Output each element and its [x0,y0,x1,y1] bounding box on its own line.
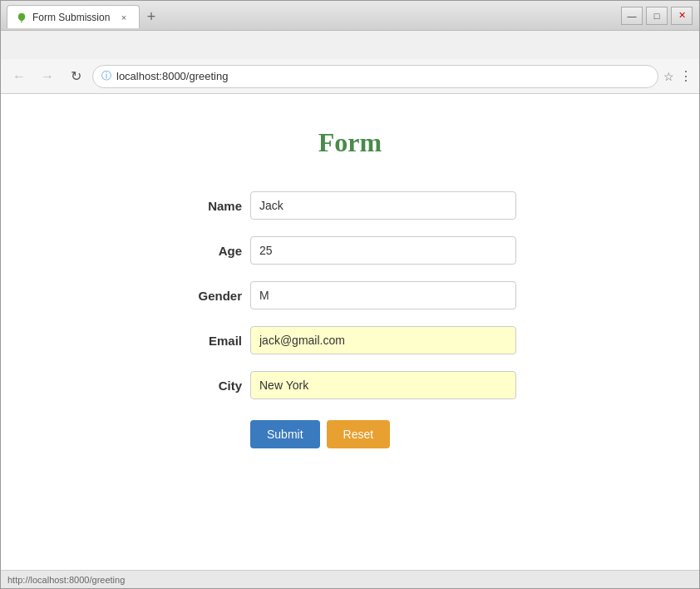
new-tab-button[interactable]: + [140,5,163,28]
city-label: City [184,379,242,393]
email-row: Email [184,326,516,354]
page-content: Form Name Age Gender Email City [1,94,699,570]
url-bar[interactable]: ⓘ localhost:8000/greeting [92,65,658,88]
name-label: Name [184,199,242,213]
forward-button[interactable]: → [36,65,59,88]
browser-menu-icon[interactable]: ⋮ [679,68,693,84]
tab-title: Form Submission [32,12,110,23]
gender-label: Gender [184,289,242,303]
url-text: localhost:8000/greeting [116,70,649,82]
button-row: Submit Reset [184,420,516,448]
refresh-button[interactable]: ↻ [64,65,87,88]
browser-window: Form Submission × + — □ ✕ ← → ↻ ⓘ localh… [0,0,700,589]
reset-button[interactable]: Reset [327,420,391,448]
tab-favicon [16,12,27,23]
age-label: Age [184,244,242,258]
tab-close-button[interactable]: × [117,11,131,24]
gender-input[interactable] [250,281,516,309]
back-button[interactable]: ← [7,65,31,88]
gender-row: Gender [184,281,516,309]
status-text: http://localhost:8000/greeting [7,575,125,585]
title-bar: Form Submission × + — □ ✕ [1,1,699,31]
email-input[interactable] [250,326,516,354]
bookmark-icon[interactable]: ☆ [663,70,674,83]
form-container: Name Age Gender Email City Submit [184,191,516,448]
name-row: Name [184,191,516,220]
form-title: Form [318,127,382,158]
age-input[interactable] [250,236,516,265]
email-label: Email [184,334,242,348]
submit-button[interactable]: Submit [250,420,320,448]
age-row: Age [184,236,516,265]
city-input[interactable] [250,371,516,399]
active-tab[interactable]: Form Submission × [7,5,140,28]
name-input[interactable] [250,191,516,220]
city-row: City [184,371,516,399]
address-bar: ← → ↻ ⓘ localhost:8000/greeting ☆ ⋮ [1,59,699,94]
secure-icon: ⓘ [101,69,111,83]
status-bar: http://localhost:8000/greeting [1,570,699,588]
